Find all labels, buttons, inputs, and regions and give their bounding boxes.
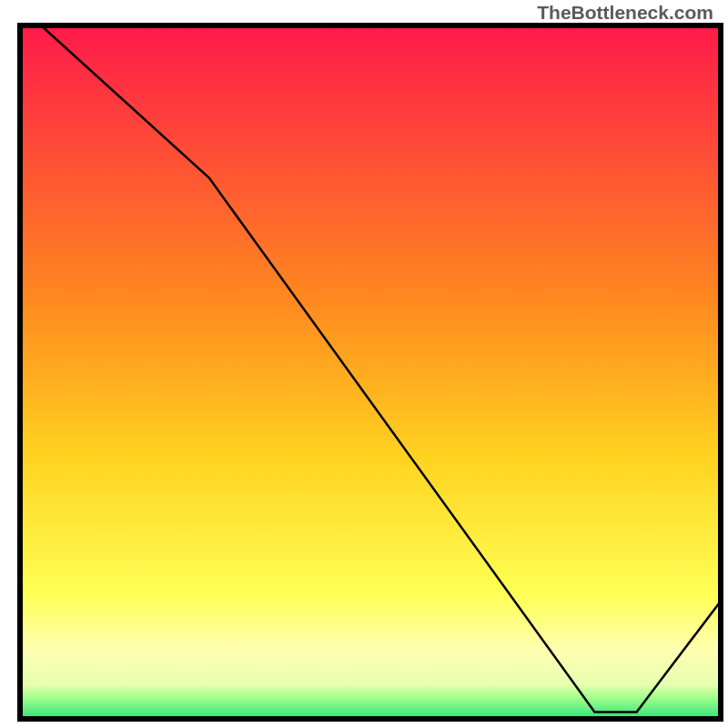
plot-background — [20, 25, 721, 719]
watermark-text: TheBottleneck.com — [537, 2, 713, 24]
chart-svg — [0, 0, 728, 728]
